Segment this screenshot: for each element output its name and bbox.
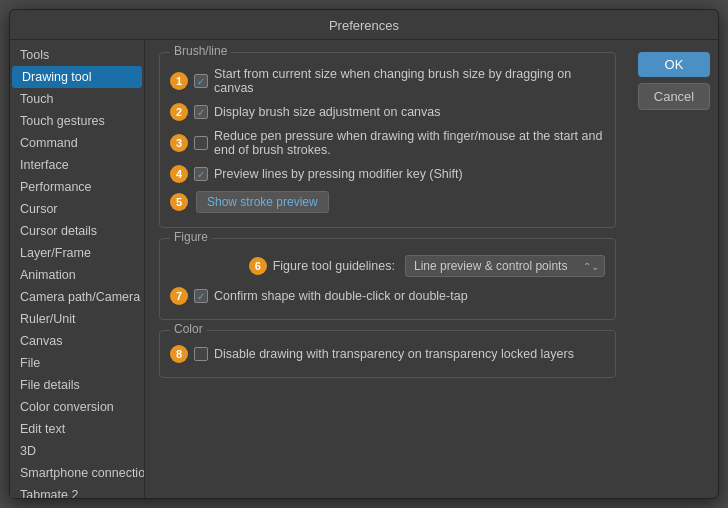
sidebar-item-layer-frame[interactable]: Layer/Frame [10,242,144,264]
color-option-row: 8 Disable drawing with transparency on t… [170,341,605,367]
sidebar-item-camera-path[interactable]: Camera path/Camera [10,286,144,308]
sidebar-item-touch[interactable]: Touch [10,88,144,110]
sidebar-item-interface[interactable]: Interface [10,154,144,176]
sidebar-item-drawing-tool[interactable]: Drawing tool [12,66,142,88]
checkbox-3[interactable] [194,136,208,150]
step-7-badge: 7 [170,287,188,305]
step-8-badge: 8 [170,345,188,363]
sidebar-item-file-details[interactable]: File details [10,374,144,396]
step-3-badge: 3 [170,134,188,152]
checkbox-4[interactable] [194,167,208,181]
main-panel: Brush/line 1Start from current size when… [145,40,630,498]
confirm-shape-checkbox[interactable] [194,289,208,303]
brush-option-1: 1Start from current size when changing b… [170,63,605,99]
sidebar-item-ruler-unit[interactable]: Ruler/Unit [10,308,144,330]
figure-title: Figure [170,230,212,244]
figure-section: Figure 6 Figure tool guidelines: Line pr… [159,238,616,320]
sidebar-item-cursor-details[interactable]: Cursor details [10,220,144,242]
sidebar-item-file[interactable]: File [10,352,144,374]
checkbox-1[interactable] [194,74,208,88]
sidebar-item-smartphone[interactable]: Smartphone connection [10,462,144,484]
step-6-badge: 6 [249,257,267,275]
dialog-buttons: OK Cancel [630,40,718,498]
color-title: Color [170,322,207,336]
confirm-shape-row: 7 Confirm shape with double-click or dou… [170,283,605,309]
sidebar: ToolsDrawing toolTouchTouch gesturesComm… [10,40,145,498]
preferences-dialog: Preferences ToolsDrawing toolTouchTouch … [9,9,719,499]
figure-guidelines-dropdown[interactable]: Line preview & control pointsLine previe… [405,255,605,277]
option-label-4: Preview lines by pressing modifier key (… [214,167,463,181]
brush-option-4: 4Preview lines by pressing modifier key … [170,161,605,187]
sidebar-item-canvas[interactable]: Canvas [10,330,144,352]
figure-guidelines-label: Figure tool guidelines: [273,259,395,273]
option-label-2: Display brush size adjustment on canvas [214,105,441,119]
dialog-title: Preferences [10,10,718,40]
figure-dropdown-wrapper: Line preview & control pointsLine previe… [405,255,605,277]
brush-line-section: Brush/line 1Start from current size when… [159,52,616,228]
step-4-badge: 4 [170,165,188,183]
title-text: Preferences [329,18,399,33]
color-section: Color 8 Disable drawing with transparenc… [159,330,616,378]
confirm-shape-label: Confirm shape with double-click or doubl… [214,289,468,303]
sidebar-item-performance[interactable]: Performance [10,176,144,198]
sidebar-item-3d[interactable]: 3D [10,440,144,462]
sidebar-item-edit-text[interactable]: Edit text [10,418,144,440]
checkbox-2[interactable] [194,105,208,119]
brush-line-title: Brush/line [170,44,231,58]
brush-option-5: 5Show stroke preview [170,187,605,217]
sidebar-item-touch-gestures[interactable]: Touch gestures [10,110,144,132]
brush-option-3: 3Reduce pen pressure when drawing with f… [170,125,605,161]
step-2-badge: 2 [170,103,188,121]
sidebar-item-tools[interactable]: Tools [10,44,144,66]
ok-button[interactable]: OK [638,52,710,77]
option-label-3: Reduce pen pressure when drawing with fi… [214,129,605,157]
option-label-1: Start from current size when changing br… [214,67,605,95]
sidebar-item-animation[interactable]: Animation [10,264,144,286]
sidebar-item-command[interactable]: Command [10,132,144,154]
color-checkbox[interactable] [194,347,208,361]
step-1-badge: 1 [170,72,188,90]
figure-guidelines-row: 6 Figure tool guidelines: Line preview &… [170,249,605,283]
cancel-button[interactable]: Cancel [638,83,710,110]
sidebar-item-cursor[interactable]: Cursor [10,198,144,220]
dialog-content: ToolsDrawing toolTouchTouch gesturesComm… [10,40,718,498]
sidebar-item-color-conversion[interactable]: Color conversion [10,396,144,418]
step-5-badge: 5 [170,193,188,211]
brush-option-2: 2Display brush size adjustment on canvas [170,99,605,125]
sidebar-item-tabmate[interactable]: Tabmate 2 [10,484,144,498]
color-label: Disable drawing with transparency on tra… [214,347,574,361]
show-stroke-btn[interactable]: Show stroke preview [196,191,329,213]
